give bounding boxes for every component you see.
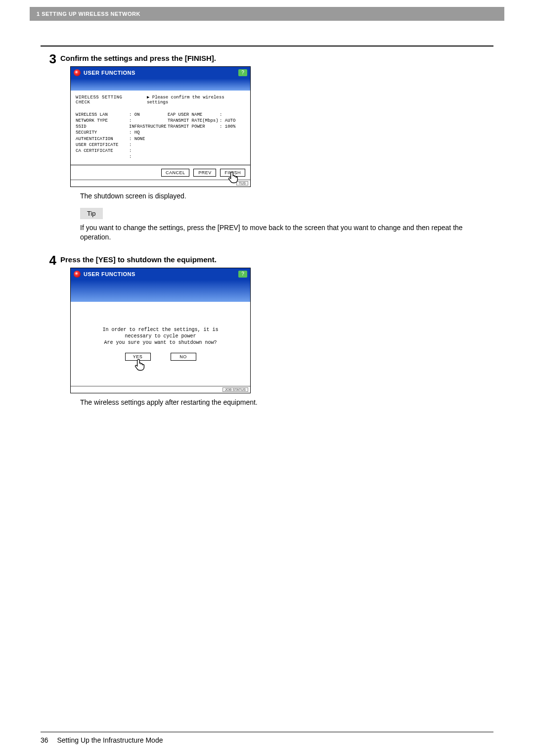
step-number-3: 3 [41, 52, 56, 65]
page-footer: 36 Setting Up the Infrastructure Mode [41, 732, 493, 744]
step3-title: Confirm the settings and press the [FINI… [60, 54, 493, 62]
check-title: WIRELESS SETTING CHECK [76, 95, 138, 105]
job-status-button[interactable]: JOB STATUS [222, 387, 248, 392]
hand-cursor-icon [133, 358, 147, 372]
help-icon[interactable]: ? [238, 69, 247, 76]
shutdown-message: In order to reflect the settings, it is … [102, 327, 218, 346]
step4-caption: The wireless settings apply after restar… [80, 398, 493, 406]
step4-title: Press the [YES] to shutdown the equipmen… [60, 255, 493, 264]
app-logo-icon [74, 271, 81, 278]
tip-text: If you want to change the settings, pres… [80, 223, 493, 242]
help-icon[interactable]: ? [238, 271, 247, 278]
step-number-4: 4 [41, 254, 56, 267]
settings-labels-right: EAP USER NAME TRANSMIT RATE(Mbps) TRANSM… [168, 112, 220, 160]
panel-title: USER FUNCTIONS [84, 271, 135, 277]
check-instruction: ▶ Please confirm the wireless settings [147, 94, 245, 105]
footer-section: Setting Up the Infrastructure Mode [57, 736, 163, 744]
chapter-header: 1 SETTING UP WIRELESS NETWORK [37, 11, 140, 17]
settings-values-right: : : AUTO : 100% [220, 112, 235, 160]
settings-values-left: : ON : INFRASTRUCTURE : HQ : NONE : : : [129, 112, 168, 160]
step3-caption: The shutdown screen is displayed. [80, 192, 493, 200]
no-button[interactable]: NO [171, 353, 196, 361]
cancel-button[interactable]: CANCEL [161, 169, 190, 177]
shutdown-dialog-panel: USER FUNCTIONS ? In order to reflect the… [70, 268, 251, 393]
page-number: 36 [41, 736, 48, 744]
prev-button[interactable]: PREV [193, 169, 216, 177]
hand-cursor-icon [226, 171, 240, 185]
wireless-check-panel: USER FUNCTIONS ? WIRELESS SETTING CHECK … [70, 66, 251, 187]
tip-label: Tip [80, 208, 103, 219]
panel-title: USER FUNCTIONS [84, 70, 135, 76]
settings-labels-left: WIRELESS LAN NETWORK TYPE SSID SECURITY … [76, 112, 129, 160]
app-logo-icon [74, 69, 81, 76]
